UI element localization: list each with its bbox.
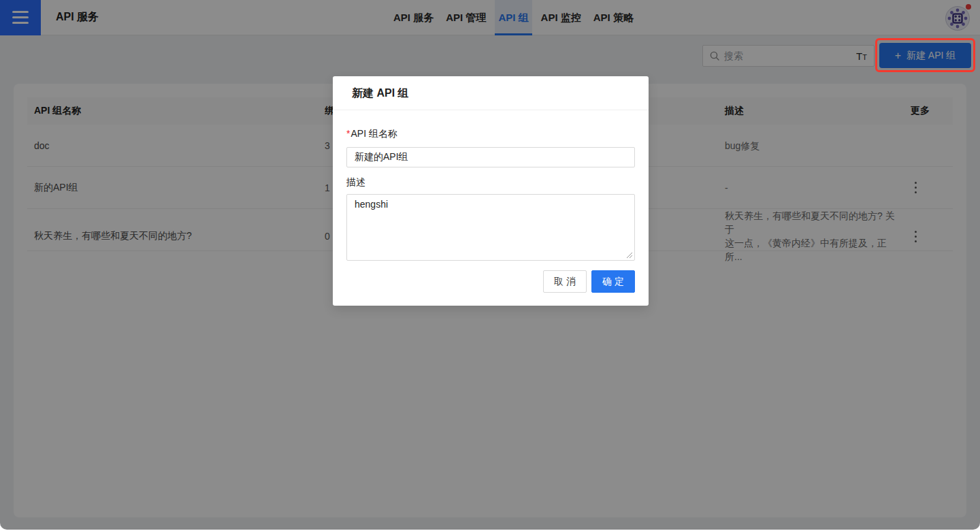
confirm-button[interactable]: 确 定 [591, 270, 635, 293]
required-asterisk: * [346, 128, 350, 139]
cancel-button[interactable]: 取 消 [543, 270, 587, 293]
modal-title: 新建 API 组 [352, 87, 409, 99]
modal-header: 新建 API 组 [333, 76, 649, 110]
create-api-group-modal: 新建 API 组 *API 组名称 描述 hengshi 取 消 确 定 [333, 76, 649, 306]
modal-footer: 取 消 确 定 [543, 270, 635, 293]
description-textarea[interactable]: hengshi [346, 194, 635, 261]
description-label: 描述 [346, 176, 635, 189]
api-group-name-label: *API 组名称 [346, 128, 397, 139]
app-window: API 服务 API 服务 API 管理 API 组 API 监控 API 策略 [0, 0, 980, 530]
modal-body: *API 组名称 描述 hengshi [333, 110, 649, 261]
resize-handle-icon[interactable] [626, 252, 633, 259]
api-group-name-input[interactable] [346, 147, 635, 167]
